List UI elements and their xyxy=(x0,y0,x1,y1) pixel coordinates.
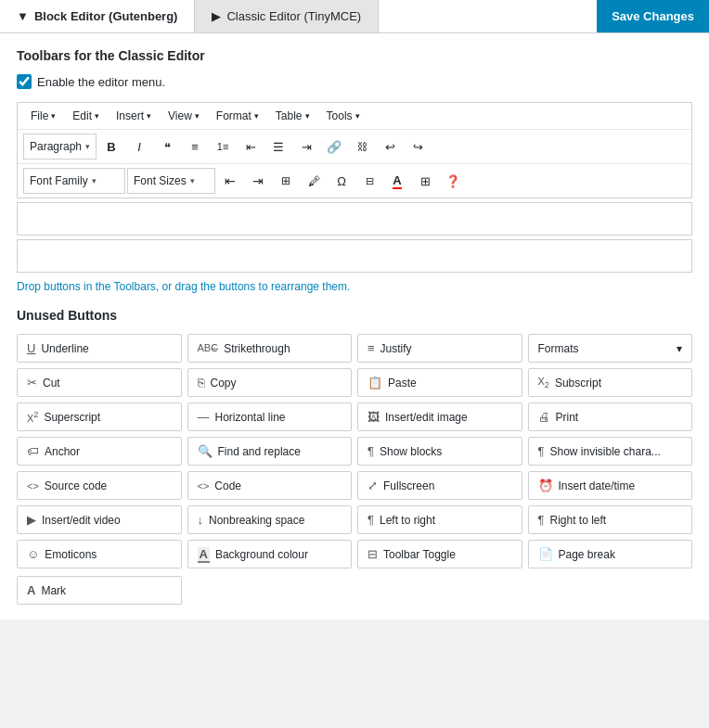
font-sizes-label: Font Sizes xyxy=(134,174,187,187)
menu-tools-arrow: ▾ xyxy=(355,111,360,121)
menu-view[interactable]: View ▾ xyxy=(161,107,207,125)
menu-insert[interactable]: Insert ▾ xyxy=(109,107,159,125)
fullscreen-icon: ⤢ xyxy=(367,479,378,492)
horizontal-line-icon: — xyxy=(198,410,210,424)
unused-formats[interactable]: Formats ▾ xyxy=(528,334,693,363)
unused-copy[interactable]: ⎘ Copy xyxy=(187,368,353,397)
unused-left-to-right-label: Left to right xyxy=(380,514,435,527)
unused-print[interactable]: 🖨 Print xyxy=(528,402,693,431)
undo-button[interactable]: ↩ xyxy=(377,134,403,160)
toolbars-section-title: Toolbars for the Classic Editor xyxy=(17,48,692,63)
menu-edit[interactable]: Edit ▾ xyxy=(65,107,107,125)
unused-mark[interactable]: A Mark xyxy=(17,576,182,605)
unused-emoticons[interactable]: ☺ Emoticons xyxy=(17,540,182,568)
italic-button[interactable]: I xyxy=(126,134,152,160)
unused-formats-label: Formats xyxy=(538,342,579,355)
unused-superscript[interactable]: X2 Superscript xyxy=(17,402,182,431)
save-button[interactable]: Save Changes xyxy=(597,0,709,32)
unused-find-replace[interactable]: 🔍 Find and replace xyxy=(187,437,353,466)
tab-classic-editor[interactable]: ▶ Classic Editor (TinyMCE) xyxy=(195,0,379,32)
print-icon: 🖨 xyxy=(538,410,550,424)
unordered-list-button[interactable]: ≡ xyxy=(182,134,208,160)
insert-edit-image-icon: 🖼 xyxy=(367,410,380,424)
formats-arrow-icon: ▾ xyxy=(677,342,682,355)
unused-fullscreen[interactable]: ⤢ Fullscreen xyxy=(357,471,522,500)
unused-insert-edit-video[interactable]: ▶ Insert/edit video xyxy=(17,505,182,534)
unused-insert-date-time[interactable]: ⏰ Insert date/time xyxy=(528,471,693,500)
tab-classic-editor-arrow: ▶ xyxy=(212,9,221,23)
omega-button[interactable]: Ω xyxy=(329,168,354,194)
superscript-icon: X2 xyxy=(27,410,38,424)
unused-superscript-label: Superscript xyxy=(44,411,100,424)
outdent-button[interactable]: ⇤ xyxy=(217,168,243,194)
grid-button[interactable]: ⊞ xyxy=(412,168,438,194)
indent-button[interactable]: ⇥ xyxy=(245,168,271,194)
align-center-button[interactable]: ☰ xyxy=(265,134,291,160)
unused-source-code[interactable]: <> Source code xyxy=(17,471,182,500)
menu-format-arrow: ▾ xyxy=(254,111,259,121)
align-left-button[interactable]: ⇤ xyxy=(238,134,264,160)
tab-block-editor[interactable]: ▼ Block Editor (Gutenberg) xyxy=(0,0,195,32)
paragraph-select-label: Paragraph xyxy=(30,140,82,153)
unused-print-label: Print xyxy=(556,411,579,424)
insert-edit-video-icon: ▶ xyxy=(27,513,36,527)
enable-menu-label[interactable]: Enable the editor menu. xyxy=(37,75,165,89)
right-to-left-icon: ¶ xyxy=(538,513,545,527)
menu-insert-arrow: ▾ xyxy=(147,111,151,121)
unused-strikethrough[interactable]: ABC̶ Strikethrough xyxy=(187,334,353,363)
unused-cut-label: Cut xyxy=(43,377,60,390)
ordered-list-button[interactable]: 1≡ xyxy=(210,134,236,160)
unused-toolbar-toggle[interactable]: ⊟ Toolbar Toggle xyxy=(357,540,522,568)
enable-menu-row: Enable the editor menu. xyxy=(17,74,692,89)
redo-button[interactable]: ↪ xyxy=(405,134,431,160)
background-colour-icon: A xyxy=(198,547,210,561)
unused-background-colour[interactable]: A Background colour xyxy=(187,540,353,568)
unused-strikethrough-label: Strikethrough xyxy=(224,342,290,355)
unused-paste[interactable]: 📋 Paste xyxy=(357,368,522,397)
unused-left-to-right[interactable]: ¶ Left to right xyxy=(357,505,522,534)
unused-show-invisible[interactable]: ¶ Show invisible chara... xyxy=(528,437,693,466)
unused-anchor[interactable]: 🏷 Anchor xyxy=(17,437,182,466)
unused-find-replace-label: Find and replace xyxy=(218,445,301,458)
font-sizes-select[interactable]: Font Sizes ▾ xyxy=(127,168,215,194)
mark-icon: A xyxy=(27,583,35,597)
insert-button[interactable]: ⊞ xyxy=(273,168,299,194)
menu-format[interactable]: Format ▾ xyxy=(209,107,266,125)
find-replace-icon: 🔍 xyxy=(198,444,213,458)
unused-right-to-left[interactable]: ¶ Right to left xyxy=(528,505,693,534)
font-family-select[interactable]: Font Family ▾ xyxy=(23,168,125,194)
unused-subscript[interactable]: X2 Subscript xyxy=(528,368,693,397)
enable-menu-checkbox[interactable] xyxy=(17,74,32,89)
help-button[interactable]: ❓ xyxy=(440,168,466,194)
unused-justify[interactable]: ≡ Justify xyxy=(357,334,522,363)
underline-icon: U xyxy=(27,341,35,355)
unused-code[interactable]: <> Code xyxy=(187,471,353,500)
paragraph-select[interactable]: Paragraph ▾ xyxy=(23,134,97,160)
unused-horizontal-line[interactable]: — Horizontal line xyxy=(187,402,353,431)
unused-cut[interactable]: ✂ Cut xyxy=(17,368,182,397)
align-right-button[interactable]: ⇥ xyxy=(293,134,319,160)
unused-emoticons-label: Emoticons xyxy=(45,548,97,561)
menu-table[interactable]: Table ▾ xyxy=(268,107,317,125)
bold-button[interactable]: B xyxy=(98,134,124,160)
fontcolor-button[interactable]: A xyxy=(384,168,410,194)
unused-buttons-grid: U Underline ABC̶ Strikethrough ≡ Justify… xyxy=(17,334,692,568)
link-button[interactable]: 🔗 xyxy=(321,134,347,160)
table2-button[interactable]: ⊟ xyxy=(356,168,382,194)
tab-classic-editor-label: Classic Editor (TinyMCE) xyxy=(226,9,361,23)
unused-nonbreaking-space[interactable]: ↓ Nonbreaking space xyxy=(187,505,353,534)
menu-tools[interactable]: Tools ▾ xyxy=(319,107,367,125)
unused-underline[interactable]: U Underline xyxy=(17,334,182,363)
font-family-label: Font Family xyxy=(30,174,88,187)
unused-show-blocks[interactable]: ¶ Show blocks xyxy=(357,437,522,466)
unused-insert-edit-image[interactable]: 🖼 Insert/edit image xyxy=(357,402,522,431)
source-code-icon: <> xyxy=(27,480,39,492)
unused-insert-date-time-label: Insert date/time xyxy=(559,479,636,492)
unused-page-break-label: Page break xyxy=(559,548,615,561)
unused-page-break[interactable]: 📄 Page break xyxy=(528,540,693,568)
menu-file[interactable]: File ▾ xyxy=(23,107,63,125)
unlink-button[interactable]: ⛓ xyxy=(349,134,375,160)
pencil-button[interactable]: 🖉 xyxy=(301,168,327,194)
subscript-icon: X2 xyxy=(538,376,549,390)
blockquote-button[interactable]: ❝ xyxy=(154,134,180,160)
